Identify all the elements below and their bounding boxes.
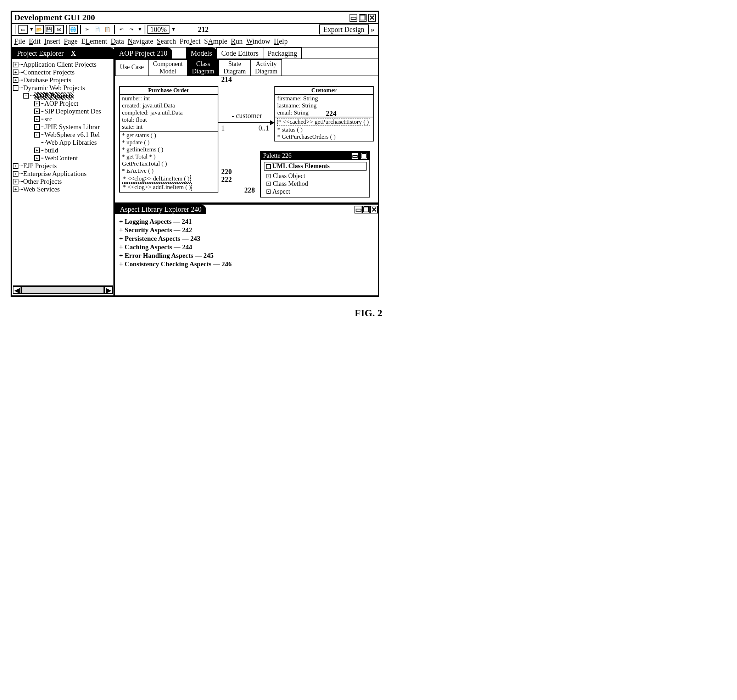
tree-dynweb[interactable]: −···Dynamic Web Projects bbox=[13, 84, 113, 92]
tree-webapp[interactable]: ····Web App Libraries bbox=[13, 139, 113, 146]
uml-association[interactable] bbox=[218, 122, 271, 123]
menu-window[interactable]: Window bbox=[246, 37, 270, 46]
menu-insert[interactable]: Insert bbox=[44, 37, 60, 46]
tree-websvc[interactable]: +···Web Services bbox=[13, 185, 113, 193]
body: +···Application Client Projects +···Conn… bbox=[12, 59, 378, 296]
tab-models[interactable]: Models bbox=[186, 47, 217, 59]
redo-dropdown-icon[interactable]: ▼ bbox=[138, 26, 142, 32]
aspect-item-error[interactable]: + Error Handling Aspects — 245 bbox=[119, 252, 374, 260]
new-icon[interactable]: ▭ bbox=[18, 25, 28, 34]
subtab-state-diagram[interactable]: StateDiagram bbox=[218, 59, 251, 75]
redo-icon[interactable]: ↷ bbox=[127, 25, 136, 34]
palette-item-class-method[interactable]: ⊡ Class Method bbox=[264, 180, 367, 188]
globe-icon[interactable]: 🌐 bbox=[69, 25, 78, 34]
figure-label: FIG. 2 bbox=[11, 307, 726, 319]
tab-close-icon[interactable]: X bbox=[71, 49, 76, 57]
tab-project-explorer-label: Project Explorer bbox=[17, 49, 64, 57]
tab-packaging[interactable]: Packaging bbox=[263, 47, 302, 59]
palette-item-aspect[interactable]: ⊡ Aspect bbox=[264, 188, 367, 196]
menu-search[interactable]: Search bbox=[157, 37, 176, 46]
aspect-library-list: + Logging Aspects — 241 + Security Aspec… bbox=[115, 214, 378, 272]
tree-aop-project[interactable]: +···AOP Project bbox=[13, 100, 113, 107]
subtab-use-case[interactable]: Use Case bbox=[115, 59, 148, 75]
uml-po-aspect-dellineitem[interactable]: * <<clog>> delLineItem ( ) bbox=[122, 175, 191, 182]
zoom-dropdown-icon[interactable]: ▼ bbox=[171, 26, 176, 32]
tree-database[interactable]: +···Database Projects bbox=[13, 76, 113, 84]
aspect-library-tab[interactable]: Aspect Library Explorer 240 bbox=[115, 204, 206, 214]
new-dropdown-icon[interactable]: ▼ bbox=[29, 26, 34, 32]
tree-sip[interactable]: +···SIP Deployment Des bbox=[13, 107, 113, 115]
open-icon[interactable]: 📂 bbox=[35, 25, 44, 34]
menu-edit[interactable]: Edit bbox=[29, 37, 40, 46]
copy-icon[interactable]: 📄 bbox=[93, 25, 102, 34]
toolbar-overflow-icon[interactable]: » bbox=[369, 25, 376, 34]
annotation-222: 222 bbox=[221, 175, 232, 184]
menu-sample[interactable]: SAmple bbox=[204, 37, 228, 46]
aspect-item-security[interactable]: + Security Aspects — 242 bbox=[119, 226, 374, 234]
menu-element[interactable]: ELement bbox=[81, 37, 107, 46]
diagram-canvas[interactable]: 214 Purchase Order number: int created: … bbox=[115, 76, 378, 204]
tab-code-editors[interactable]: Code Editors bbox=[216, 47, 263, 59]
uml-customer-attrs: firstname: String lastname: String email… bbox=[275, 95, 373, 118]
sidebar-scrollbar[interactable]: ◀ ▶ bbox=[13, 285, 113, 294]
close-icon[interactable]: ✕ bbox=[368, 14, 376, 22]
subtab-component-model[interactable]: ComponentModel bbox=[148, 59, 188, 75]
palette-max-icon[interactable]: ❐ bbox=[361, 153, 367, 159]
uml-class-customer[interactable]: Customer firstname: String lastname: Str… bbox=[275, 86, 374, 141]
save-icon[interactable]: 💾 bbox=[45, 25, 54, 34]
menu-data[interactable]: Data bbox=[111, 37, 124, 46]
mail-icon[interactable]: ✉ bbox=[54, 25, 64, 34]
menu-page[interactable]: Page bbox=[64, 37, 78, 46]
aspect-item-persistence[interactable]: + Persistence Aspects — 243 bbox=[119, 235, 374, 243]
tree-entapp[interactable]: +···Enterprise Applications bbox=[13, 170, 113, 178]
tree-aop-projects[interactable]: −···AOP Projects bbox=[13, 92, 113, 100]
uml-class-purchase-order[interactable]: Purchase Order number: int created: java… bbox=[119, 86, 218, 193]
subtab-class-diagram[interactable]: ClassDiagram bbox=[187, 59, 219, 75]
tree-build[interactable]: +···build bbox=[13, 146, 113, 154]
uml-customer-aspect-cached[interactable]: * <<cached>> getPurchaseHistory ( ) bbox=[277, 118, 370, 126]
menu-project[interactable]: ProJect bbox=[180, 37, 201, 46]
uml-po-title: Purchase Order bbox=[120, 87, 218, 95]
palette-min-icon[interactable]: ▭ bbox=[352, 153, 358, 159]
maximize-icon[interactable]: ❐ bbox=[359, 14, 367, 22]
uml-po-ops: * get status ( ) * update ( ) * getlineI… bbox=[120, 132, 218, 192]
tree-ejp[interactable]: +···EJP Projects bbox=[13, 162, 113, 170]
zoom-field[interactable]: 100% bbox=[147, 25, 170, 34]
palette-group[interactable]: −UML Class Elements bbox=[264, 162, 367, 171]
palette-panel[interactable]: Palette 226 ▭ ❐ −UML Class Elements ⊡ Cl… bbox=[260, 151, 370, 197]
tree-connector[interactable]: +···Connector Projects bbox=[13, 68, 113, 76]
diagram-tabs: Use Case ComponentModel ClassDiagram Sta… bbox=[115, 59, 378, 76]
tree-other[interactable]: +···Other Projects bbox=[13, 178, 113, 185]
aspect-item-consistency[interactable]: + Consistency Checking Aspects — 246 bbox=[119, 260, 374, 268]
scroll-left-icon[interactable]: ◀ bbox=[13, 286, 21, 294]
aspectlib-min-icon[interactable]: ▭ bbox=[354, 206, 362, 213]
aspectlib-close-icon[interactable]: ✕ bbox=[370, 206, 378, 213]
aspectlib-max-icon[interactable]: ❐ bbox=[362, 206, 370, 213]
cut-icon[interactable]: ✂ bbox=[83, 25, 92, 34]
scroll-right-icon[interactable]: ▶ bbox=[104, 286, 113, 294]
minimize-icon[interactable]: ▭ bbox=[349, 14, 357, 22]
undo-icon[interactable]: ↶ bbox=[117, 25, 126, 34]
tree-app-client[interactable]: +···Application Client Projects bbox=[13, 61, 113, 68]
tree-webcontent[interactable]: +···WebContent bbox=[13, 154, 113, 162]
tree-websphere[interactable]: +···WebSphere v6.1 Rel bbox=[13, 131, 113, 139]
menu-file[interactable]: File bbox=[14, 37, 25, 46]
export-design-button[interactable]: Export Design bbox=[319, 25, 368, 34]
aspect-library-panel: Aspect Library Explorer 240 ▭ ❐ ✕ + Logg… bbox=[115, 204, 378, 272]
titlebar-buttons: ▭ ❐ ✕ bbox=[349, 14, 376, 22]
menu-help[interactable]: Help bbox=[274, 37, 288, 46]
menu-run[interactable]: Run bbox=[231, 37, 242, 46]
tree-src[interactable]: +···src bbox=[13, 115, 113, 123]
tree-jpie[interactable]: +···JPIE Systems Librar bbox=[13, 123, 113, 131]
top-tab-row: Project Explorer X AOP Project 210 Model… bbox=[12, 47, 378, 59]
tab-aop-project[interactable]: AOP Project 210 bbox=[114, 47, 172, 59]
uml-po-aspect-addlineitem[interactable]: * <<clog>> addLineItem ( ) bbox=[122, 183, 192, 191]
aspect-item-caching[interactable]: + Caching Aspects — 244 bbox=[119, 243, 374, 251]
paste-icon[interactable]: 📋 bbox=[103, 25, 112, 34]
palette-item-class-object[interactable]: ⊡ Class Object bbox=[264, 172, 367, 180]
aspect-item-logging[interactable]: + Logging Aspects — 241 bbox=[119, 218, 374, 225]
toolbar: ▭ ▼ 📂 💾 ✉ 🌐 ✂ 📄 📋 ↶ ↷ ▼ 100% ▼ 212 Expor… bbox=[12, 24, 378, 36]
tab-project-explorer[interactable]: Project Explorer X bbox=[12, 47, 115, 59]
menu-navigate[interactable]: Navigate bbox=[128, 37, 153, 46]
subtab-activity-diagram[interactable]: ActivityDiagram bbox=[250, 59, 282, 75]
